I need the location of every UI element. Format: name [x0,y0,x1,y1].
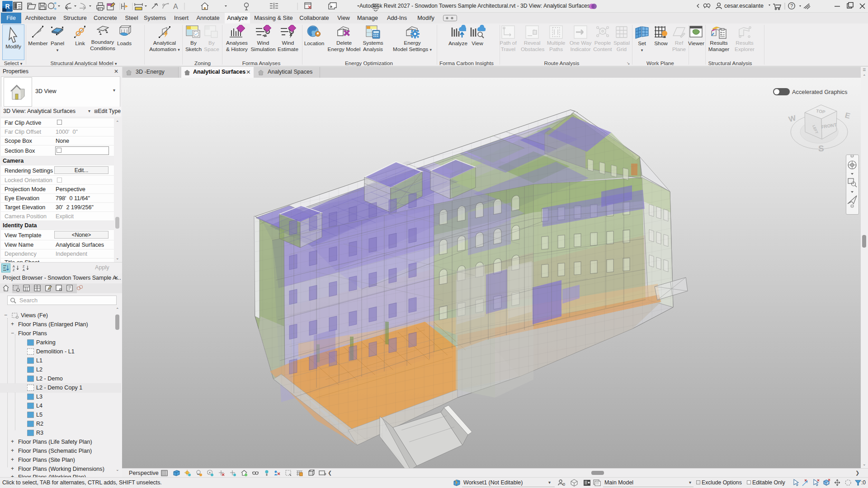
svg-text:W: W [788,113,797,124]
svg-text:S: S [818,144,824,152]
svg-text:A: A [173,3,178,10]
svg-text:?: ? [790,3,793,9]
svg-text:0: 0 [563,482,565,487]
svg-text:E: E [844,111,851,120]
